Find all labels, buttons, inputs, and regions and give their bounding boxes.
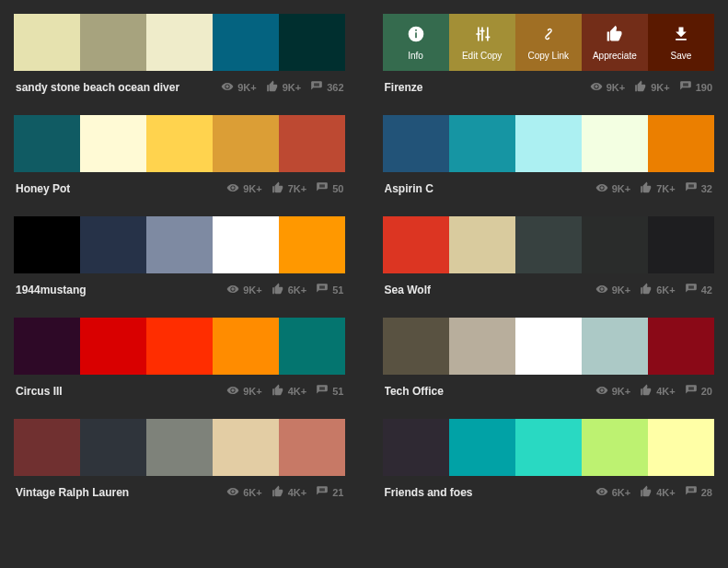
comments-stat[interactable]: 51 <box>316 384 343 399</box>
likes-stat[interactable]: 7K+ <box>640 181 676 196</box>
comments-stat[interactable]: 362 <box>310 80 343 95</box>
color-swatch[interactable] <box>582 419 648 476</box>
color-swatch[interactable] <box>648 216 714 273</box>
likes-stat[interactable]: 6K+ <box>640 283 676 297</box>
color-swatch[interactable] <box>582 216 648 273</box>
palette-swatches[interactable]: InfoEdit CopyCopy LinkAppreciateSave <box>383 14 715 71</box>
color-swatch[interactable] <box>515 216 582 273</box>
color-swatch[interactable] <box>146 115 213 172</box>
palette-title[interactable]: Circus III <box>16 385 63 398</box>
color-swatch[interactable] <box>279 419 345 476</box>
color-swatch[interactable] <box>279 318 345 375</box>
palette-swatches[interactable] <box>14 115 346 172</box>
color-swatch[interactable] <box>14 115 80 172</box>
palette-title[interactable]: Honey Pot <box>16 182 70 195</box>
palette-title[interactable]: Friends and foes <box>385 486 473 499</box>
comments-stat[interactable]: 20 <box>685 384 712 399</box>
palette-swatches[interactable] <box>14 216 346 273</box>
comments-stat[interactable]: 21 <box>316 485 343 500</box>
views-stat[interactable]: 6K+ <box>595 485 631 500</box>
color-swatch[interactable] <box>279 115 345 172</box>
views-stat[interactable]: 9K+ <box>221 80 257 95</box>
palette-swatches[interactable] <box>383 318 715 375</box>
color-swatch[interactable] <box>14 318 80 375</box>
color-swatch[interactable] <box>213 216 279 273</box>
comments-stat[interactable]: 51 <box>316 283 343 297</box>
color-swatch[interactable] <box>146 318 213 375</box>
palette-title[interactable]: Sea Wolf <box>385 284 431 296</box>
appreciate-button[interactable]: Appreciate <box>582 14 648 71</box>
comments-stat[interactable]: 42 <box>685 283 712 297</box>
color-swatch[interactable] <box>80 216 146 273</box>
palette-title[interactable]: Vintage Ralph Lauren <box>16 486 129 499</box>
color-swatch[interactable] <box>648 318 714 375</box>
views-stat[interactable]: 9K+ <box>226 283 262 297</box>
color-swatch[interactable] <box>80 318 146 375</box>
likes-stat[interactable]: 4K+ <box>272 384 307 399</box>
views-stat[interactable]: 9K+ <box>595 384 631 399</box>
color-swatch[interactable] <box>80 14 146 71</box>
views-stat[interactable]: 9K+ <box>226 384 262 399</box>
comments-stat[interactable]: 50 <box>316 181 343 196</box>
likes-stat[interactable]: 9K+ <box>634 80 670 95</box>
palette-swatches[interactable] <box>383 419 715 476</box>
edit-copy-button[interactable]: Edit Copy <box>449 14 515 71</box>
color-swatch[interactable] <box>279 14 345 71</box>
color-swatch[interactable] <box>449 318 515 375</box>
color-swatch[interactable] <box>449 216 515 273</box>
likes-stat[interactable]: 4K+ <box>272 485 307 500</box>
palette-title[interactable]: Tech Office <box>385 385 444 398</box>
copy-link-button[interactable]: Copy Link <box>515 14 582 71</box>
color-swatch[interactable] <box>648 419 714 476</box>
color-swatch[interactable] <box>383 216 449 273</box>
color-swatch[interactable] <box>146 14 213 71</box>
comments-stat[interactable]: 28 <box>685 485 712 500</box>
likes-stat[interactable]: 6K+ <box>272 283 307 297</box>
likes-stat[interactable]: 4K+ <box>640 485 676 500</box>
color-swatch[interactable] <box>14 216 80 273</box>
color-swatch[interactable] <box>213 419 279 476</box>
color-swatch[interactable] <box>14 14 80 71</box>
palette-title[interactable]: Aspirin C <box>385 182 433 195</box>
color-swatch[interactable] <box>213 14 279 71</box>
save-button[interactable]: Save <box>648 14 714 71</box>
palette-title[interactable]: 1944mustang <box>16 284 87 296</box>
color-swatch[interactable] <box>515 419 582 476</box>
color-swatch[interactable] <box>279 216 345 273</box>
color-swatch[interactable] <box>383 419 449 476</box>
color-swatch[interactable] <box>146 216 213 273</box>
views-stat[interactable]: 9K+ <box>226 181 262 196</box>
comments-stat[interactable]: 32 <box>685 181 712 196</box>
palette-swatches[interactable] <box>383 115 715 172</box>
color-swatch[interactable] <box>582 115 648 172</box>
likes-stat[interactable]: 9K+ <box>266 80 302 95</box>
color-swatch[interactable] <box>14 419 80 476</box>
likes-stat[interactable]: 7K+ <box>272 181 307 196</box>
color-swatch[interactable] <box>80 115 146 172</box>
color-swatch[interactable] <box>515 318 582 375</box>
likes-stat[interactable]: 4K+ <box>640 384 676 399</box>
comments-stat[interactable]: 190 <box>679 80 712 95</box>
views-stat[interactable]: 9K+ <box>590 80 626 95</box>
color-swatch[interactable] <box>213 115 279 172</box>
palette-title[interactable]: sandy stone beach ocean diver <box>16 81 179 94</box>
color-swatch[interactable] <box>383 318 449 375</box>
palette-swatches[interactable] <box>14 419 346 476</box>
color-swatch[interactable] <box>383 115 449 172</box>
info-button[interactable]: Info <box>383 14 449 71</box>
color-swatch[interactable] <box>80 419 146 476</box>
palette-swatches[interactable] <box>383 216 715 273</box>
palette-swatches[interactable] <box>14 318 346 375</box>
color-swatch[interactable] <box>648 115 714 172</box>
palette-swatches[interactable] <box>14 14 346 71</box>
views-stat[interactable]: 6K+ <box>226 485 262 500</box>
views-stat[interactable]: 9K+ <box>595 181 631 196</box>
color-swatch[interactable] <box>449 115 515 172</box>
color-swatch[interactable] <box>213 318 279 375</box>
color-swatch[interactable] <box>146 419 213 476</box>
color-swatch[interactable] <box>449 419 515 476</box>
views-stat[interactable]: 9K+ <box>595 283 631 297</box>
color-swatch[interactable] <box>582 318 648 375</box>
color-swatch[interactable] <box>515 115 582 172</box>
palette-title[interactable]: Firenze <box>385 81 423 94</box>
